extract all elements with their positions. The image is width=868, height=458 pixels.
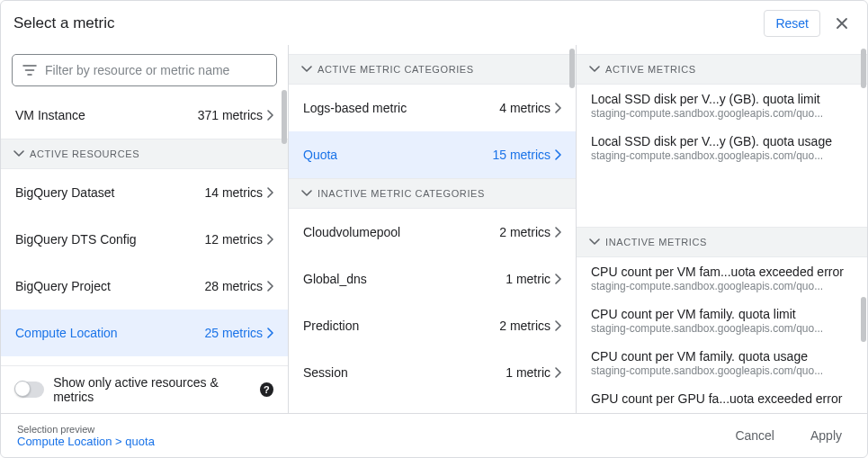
metric-title: CPU count per VM fam...uota exceeded err… [591,265,853,279]
category-label: Quota [303,148,337,162]
inactive-metrics-header[interactable]: INACTIVE METRICS [577,227,867,257]
chevron-right-icon [266,110,273,121]
metric-subtitle: staging-compute.sandbox.googleapis.com/q… [591,322,853,335]
columns: VM Instance 371 metrics ACTIVE RESOURCES… [1,44,867,413]
metric-subtitle: staging-compute.sandbox.googleapis.com/q… [591,364,853,377]
metric-subtitle: staging-compute.sandbox.googleapis.com/q… [591,149,853,162]
scrollbar[interactable] [282,90,287,144]
metric-row[interactable]: Local SSD disk per V...y (GB). quota usa… [577,127,867,169]
category-row[interactable]: Logs-based metric 4 metrics [289,85,576,131]
chevron-right-icon [266,234,273,245]
section-label: INACTIVE METRIC CATEGORIES [318,188,485,199]
category-row[interactable]: Global_dns 1 metric [289,256,576,302]
reset-button[interactable]: Reset [764,10,820,37]
metric-title: Local SSD disk per V...y (GB). quota lim… [591,92,853,106]
dialog-footer: Selection preview Compute Location > quo… [1,413,867,457]
category-label: Global_dns [303,272,367,286]
section-label: INACTIVE METRICS [605,237,707,247]
category-row[interactable]: Session 1 metric [289,349,576,396]
active-resources-header[interactable]: ACTIVE RESOURCES [1,139,288,169]
chevron-right-icon [554,227,561,238]
resource-row[interactable]: Consumed API 13 metrics [1,356,288,365]
category-label: Cloudvolumepool [303,225,400,239]
resource-row-vm-instance[interactable]: VM Instance 371 metrics [1,92,288,139]
chevron-right-icon [554,320,561,331]
category-count: 1 metric [506,365,550,380]
active-metrics-header[interactable]: ACTIVE METRICS [577,54,867,85]
inactive-categories-header[interactable]: INACTIVE METRIC CATEGORIES [289,178,576,209]
category-label: Prediction [303,319,359,333]
metric-picker-dialog: Select a metric Reset VM Instance 371 me… [0,0,868,458]
metric-subtitle: staging-compute.sandbox.googleapis.com/q… [591,280,853,292]
resource-row-selected[interactable]: Compute Location 25 metrics [1,310,288,356]
chevron-right-icon [554,103,561,113]
close-button[interactable] [829,11,855,36]
filter-icon [22,64,37,76]
apply-button[interactable]: Apply [801,423,851,448]
metric-title: GPU count per GPU fa...uota exceeded err… [591,391,853,406]
chevron-down-icon [13,150,24,157]
resource-row[interactable]: BigQuery Project 28 metrics [1,263,288,310]
metric-row[interactable]: CPU count per VM family. quota usage sta… [577,342,867,384]
chevron-down-icon [589,66,600,73]
cancel-button[interactable]: Cancel [726,423,783,448]
inactive-categories-list[interactable]: Cloudvolumepool 2 metrics Global_dns 1 m… [289,209,576,413]
category-count: 2 metrics [499,225,550,239]
chevron-down-icon [301,190,312,197]
section-label: ACTIVE METRICS [605,64,696,75]
category-row[interactable]: Prediction 2 metrics [289,302,576,349]
resource-count: 371 metrics [198,108,263,122]
filter-wrap [1,45,288,92]
filter-input[interactable] [12,54,277,86]
metric-title: Local SSD disk per V...y (GB). quota usa… [591,134,853,148]
resources-list[interactable]: BigQuery Dataset 14 metrics BigQuery DTS… [1,169,288,365]
metric-row[interactable]: Local SSD disk per V...y (GB). quota lim… [577,85,867,127]
active-categories-header[interactable]: ACTIVE METRIC CATEGORIES [289,54,576,85]
metric-row[interactable]: CPU count per VM family. quota limit sta… [577,300,867,342]
resource-label: Compute Location [15,326,118,340]
resource-row[interactable]: BigQuery Dataset 14 metrics [1,169,288,216]
resource-count: 25 metrics [204,326,263,340]
category-row-selected[interactable]: Quota 15 metrics [289,131,576,178]
resource-row[interactable]: BigQuery DTS Config 12 metrics [1,216,288,263]
resource-count: 14 metrics [204,185,263,200]
section-label: ACTIVE RESOURCES [30,148,139,159]
help-icon[interactable]: ? [260,382,273,397]
category-label: Session [303,365,348,380]
close-icon [835,16,849,31]
inactive-metrics-list[interactable]: CPU count per VM fam...uota exceeded err… [577,257,867,413]
category-row[interactable]: Cloudvolumepool 2 metrics [289,209,576,256]
resource-label: VM Instance [15,108,85,122]
resource-label: BigQuery Project [15,279,111,293]
chevron-right-icon [554,149,561,160]
resource-label: BigQuery DTS Config [15,232,137,247]
metric-title: CPU count per VM family. quota usage [591,349,853,364]
active-only-toggle[interactable] [15,382,44,398]
category-count: 2 metrics [499,319,550,333]
resource-count: 28 metrics [204,279,263,293]
resource-count: 12 metrics [204,232,263,247]
chevron-right-icon [266,328,273,338]
chevron-down-icon [589,238,600,246]
category-label: Logs-based metric [303,101,407,115]
chevron-right-icon [266,281,273,292]
dialog-title: Select a metric [13,14,755,32]
resource-label: BigQuery Dataset [15,185,115,200]
metric-row[interactable]: CPU count per VM fam...uota exceeded err… [577,257,867,300]
chevron-right-icon [266,187,273,198]
scrollbar[interactable] [861,49,866,88]
resources-column: VM Instance 371 metrics ACTIVE RESOURCES… [1,45,289,413]
section-label: ACTIVE METRIC CATEGORIES [318,64,474,75]
preview-path: Compute Location > quota [17,435,708,448]
metric-subtitle: staging-compute.sandbox.googleapis.com/q… [591,107,853,120]
category-count: 15 metrics [492,148,550,162]
metric-row[interactable]: GPU count per GPU fa...uota exceeded err… [577,384,867,413]
scrollbar[interactable] [569,49,575,88]
chevron-right-icon [554,367,561,378]
dialog-header: Select a metric Reset [1,1,867,44]
scrollbar[interactable] [861,297,866,342]
chevron-right-icon [554,274,561,284]
category-count: 1 metric [506,272,550,286]
categories-column: ACTIVE METRIC CATEGORIES Logs-based metr… [289,45,577,413]
metric-title: CPU count per VM family. quota limit [591,307,853,321]
